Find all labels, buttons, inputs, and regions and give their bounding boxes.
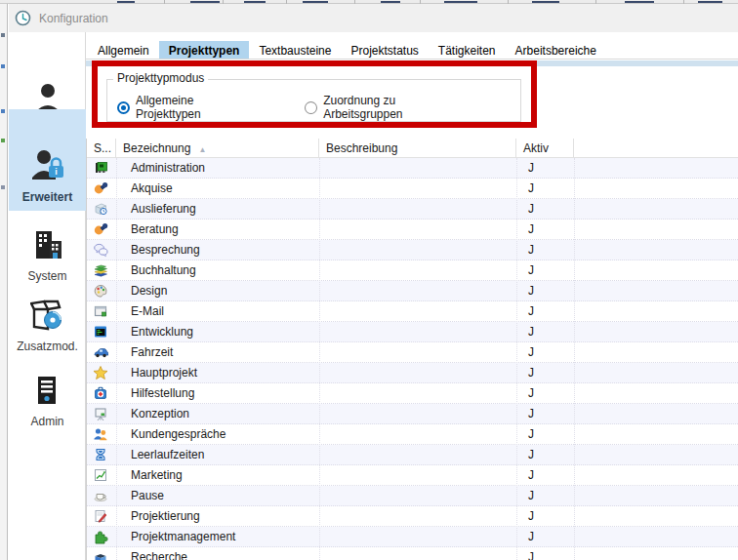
table-row[interactable]: AkquiseJ — [87, 179, 738, 199]
cell-bezeichnung: Konzeption — [131, 404, 189, 424]
people-icon — [93, 426, 108, 442]
radio-label[interactable]: Zuordnung zu Arbeitsgruppen — [323, 94, 477, 121]
network-card-icon — [93, 160, 108, 176]
chart-icon — [93, 467, 108, 483]
cell-bezeichnung: Entwicklung — [131, 322, 193, 342]
table-header: S...Bezeichnung▲BeschreibungAktiv — [87, 139, 738, 158]
user-lock-icon: i — [30, 148, 65, 186]
sidebar-item-label: Zusatzmod. — [9, 340, 86, 353]
palette-icon — [93, 283, 108, 299]
cell-bezeichnung: Administration — [131, 158, 205, 179]
dialog-titlebar[interactable]: Konfiguration — [9, 4, 738, 32]
cell-aktiv: J — [528, 465, 534, 486]
projekttypen-table[interactable]: S...Bezeichnung▲BeschreibungAktiv Admini… — [86, 139, 738, 560]
cell-bezeichnung: Hauptprojekt — [131, 363, 197, 383]
cell-aktiv: J — [528, 199, 534, 220]
archive-icon — [93, 549, 108, 560]
background-fragment — [1, 33, 5, 37]
table-row[interactable]: BeratungJ — [87, 220, 738, 240]
cell-aktiv: J — [528, 404, 534, 424]
table-row[interactable]: KundengesprächeJ — [87, 424, 738, 445]
table-row[interactable]: HauptprojektJ — [87, 363, 738, 383]
table-row[interactable]: RechercheJ — [87, 547, 738, 560]
tab-projektstatus[interactable]: Projektstatus — [341, 41, 428, 59]
hourglass-icon — [93, 447, 108, 462]
table-row[interactable]: BuchhaltungJ — [87, 260, 738, 281]
background-window-sliver — [0, 4, 8, 560]
easel-icon — [93, 406, 108, 421]
server-icon — [30, 373, 65, 411]
column-separator — [319, 158, 320, 560]
table-row[interactable]: EntwicklungJ — [87, 322, 738, 342]
column-header-aktiv[interactable]: Aktiv — [516, 139, 574, 158]
tab-arbeitsbereiche[interactable]: Arbeitsbereiche — [506, 41, 606, 59]
doc-pen-icon — [93, 508, 108, 524]
table-row[interactable]: AdministrationJ — [87, 158, 738, 179]
cell-bezeichnung: Fahrzeit — [131, 342, 173, 363]
table-row[interactable]: PauseJ — [87, 486, 738, 506]
sidebar-item-zusatzmod[interactable]: Zusatzmod. — [9, 298, 86, 353]
building-icon — [30, 227, 65, 265]
cell-aktiv: J — [528, 547, 534, 560]
background-text-fragment — [303, 1, 328, 3]
column-separator — [516, 158, 517, 560]
tab-projekttypen[interactable]: Projekttypen — [159, 41, 250, 59]
table-row[interactable]: KonzeptionJ — [87, 404, 738, 424]
background-text-fragment — [244, 1, 266, 3]
table-row[interactable]: AuslieferungJ — [87, 199, 738, 220]
handshake-icon — [93, 180, 108, 196]
cell-aktiv: J — [528, 506, 534, 527]
cell-aktiv: J — [528, 486, 534, 506]
sidebar-item-system[interactable]: System — [9, 227, 86, 283]
table-row[interactable]: HilfestellungJ — [87, 383, 738, 404]
cell-aktiv: J — [528, 281, 534, 301]
background-text-fragment — [444, 1, 477, 3]
background-text-fragment — [117, 1, 135, 3]
star-icon — [93, 365, 108, 380]
column-header-s[interactable]: S... — [87, 139, 116, 158]
sidebar-item-label: System — [9, 269, 86, 283]
table-row[interactable]: FahrzeitJ — [87, 342, 738, 363]
cell-aktiv: J — [528, 383, 534, 404]
radio-row: Allgemeine ProjekttypenZuordnung zu Arbe… — [117, 94, 520, 121]
column-separator — [574, 158, 575, 560]
cell-bezeichnung: Recherche — [131, 547, 187, 560]
table-row[interactable]: DesignJ — [87, 281, 738, 301]
cell-bezeichnung: Pause — [131, 486, 164, 506]
column-header-bezeichnung[interactable]: Bezeichnung▲ — [116, 139, 319, 158]
radio-unselected[interactable] — [305, 101, 317, 114]
sidebar-item-label: Admin — [9, 415, 86, 428]
table-row[interactable]: LeerlaufzeitenJ — [87, 445, 738, 465]
speech-bubbles-icon — [93, 242, 108, 258]
cell-bezeichnung: Projektierung — [131, 506, 200, 527]
groupbox-title: Projekttypmodus — [113, 71, 208, 85]
background-fragment — [1, 109, 5, 113]
table-body: AdministrationJAkquiseJAuslieferungJBera… — [87, 158, 738, 560]
background-fragment — [1, 139, 5, 142]
cell-bezeichnung: Kundengespräche — [131, 424, 226, 445]
sidebar-item-label: Erweitert — [9, 190, 86, 204]
cell-bezeichnung: Auslieferung — [131, 199, 196, 220]
table-row[interactable]: MarketingJ — [87, 465, 738, 486]
coffee-icon — [93, 488, 108, 503]
clock-icon — [15, 10, 31, 26]
handshake-icon — [93, 221, 108, 237]
cell-bezeichnung: Buchhaltung — [131, 260, 196, 281]
tab-allgemein[interactable]: Allgemein — [88, 41, 159, 59]
cell-aktiv: J — [528, 158, 534, 179]
tab-ttigkeiten[interactable]: Tätigkeiten — [429, 41, 506, 59]
radio-label[interactable]: Allgemeine Projekttypen — [136, 94, 262, 121]
tab-textbausteine[interactable]: Textbausteine — [249, 41, 341, 59]
books-icon — [93, 262, 108, 278]
background-text-fragment — [698, 1, 722, 3]
radio-selected[interactable] — [117, 101, 130, 114]
sidebar-item-admin[interactable]: Admin — [9, 373, 86, 428]
table-row[interactable]: ProjektierungJ — [87, 506, 738, 527]
puzzle-icon — [93, 529, 108, 544]
background-text-fragment — [532, 1, 559, 3]
table-row[interactable]: E-MailJ — [87, 301, 738, 322]
column-header-beschreibung[interactable]: Beschreibung — [319, 139, 516, 158]
table-row[interactable]: ProjektmanagementJ — [87, 527, 738, 547]
sidebar-item-erweitert[interactable]: iErweitert — [9, 109, 86, 211]
table-row[interactable]: BesprechungJ — [87, 240, 738, 260]
